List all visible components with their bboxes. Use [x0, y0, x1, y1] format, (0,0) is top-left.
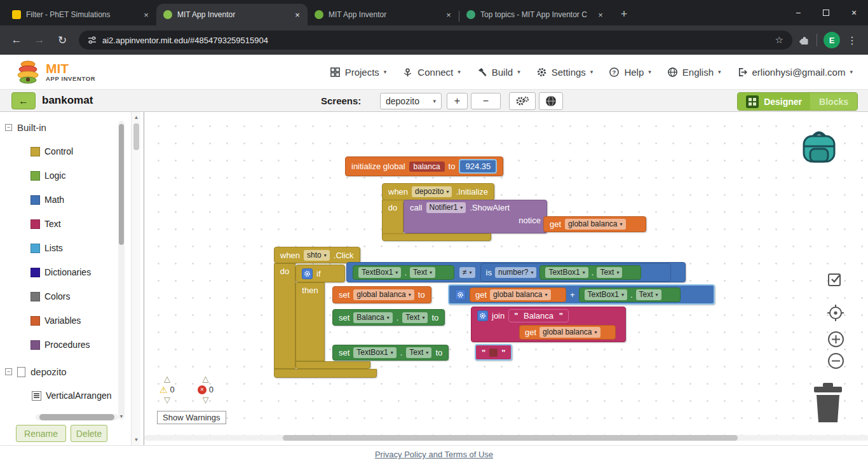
- property-dropdown[interactable]: Text: [597, 267, 622, 278]
- block-addition[interactable]: get global balanca + TextBox1 . Text: [448, 284, 715, 305]
- mutator-gear-icon[interactable]: [302, 268, 313, 279]
- operator-dropdown[interactable]: ≠: [459, 267, 475, 278]
- menu-help[interactable]: ? Help▾: [609, 67, 651, 78]
- do-strip[interactable]: do: [382, 200, 403, 234]
- block-textbox-text-getter[interactable]: TextBox1 . Text: [353, 265, 454, 280]
- if-bottom-bar[interactable]: [295, 361, 370, 369]
- block-bottom-bar[interactable]: [382, 233, 491, 241]
- collapse-icon[interactable]: −: [5, 124, 12, 131]
- back-button[interactable]: ←: [6, 30, 27, 50]
- block-empty-string[interactable]: " ": [475, 344, 512, 361]
- error-collapse-down-icon[interactable]: ▽: [202, 396, 208, 404]
- privacy-terms-link[interactable]: Privacy Policy and Terms of Use: [375, 450, 493, 459]
- tab-close-icon[interactable]: ×: [444, 10, 454, 20]
- component-dropdown[interactable]: Notifier1: [426, 202, 466, 213]
- bookmark-star-icon[interactable]: ☆: [775, 34, 783, 46]
- component-dropdown[interactable]: Balanca: [353, 312, 392, 323]
- scrollbar-thumb[interactable]: [133, 123, 139, 150]
- block-join[interactable]: join " Balanca " get global balanca: [471, 307, 626, 342]
- new-tab-button[interactable]: +: [616, 6, 632, 22]
- add-screen-button[interactable]: +: [447, 93, 468, 109]
- window-close-button[interactable]: ×: [840, 0, 868, 25]
- block-set-balanca-text[interactable]: set Balanca . Text to: [332, 309, 445, 326]
- window-maximize-button[interactable]: [812, 0, 840, 25]
- screen-settings-button[interactable]: [509, 92, 536, 110]
- component-dropdown[interactable]: shto: [304, 250, 330, 261]
- tab-close-icon[interactable]: ×: [292, 10, 302, 20]
- delete-button[interactable]: Delete: [71, 425, 107, 442]
- menu-account[interactable]: erlionhysi@gmail.com▾: [737, 67, 853, 78]
- forward-button[interactable]: →: [29, 30, 50, 50]
- reload-button[interactable]: ↻: [52, 30, 72, 50]
- component-dropdown[interactable]: TextBox1: [585, 289, 627, 300]
- tab-close-icon[interactable]: ×: [141, 10, 151, 20]
- palette-scrollbar[interactable]: ▼: [118, 121, 125, 420]
- address-bar[interactable]: ai2.appinventor.mit.edu/#485479325951590…: [79, 31, 792, 50]
- category-logic[interactable]: Logic: [31, 170, 65, 181]
- block-is-number[interactable]: is number? TextBox1 . Text: [480, 263, 671, 282]
- component-dropdown[interactable]: TextBox1: [358, 267, 401, 278]
- browser-tab-community[interactable]: Top topics - MIT App Inventor C ×: [459, 4, 611, 25]
- menu-build[interactable]: Build▾: [477, 67, 520, 78]
- category-dictionaries[interactable]: Dictionaries: [31, 267, 91, 277]
- browser-tab-appinventor2[interactable]: MIT App Inventor ×: [308, 4, 459, 25]
- do-strip[interactable]: do: [274, 263, 295, 369]
- panel-scrollbar[interactable]: ▲ ▼: [131, 112, 140, 445]
- center-workspace-button[interactable]: [827, 304, 844, 322]
- checkmark-box-icon[interactable]: [827, 271, 843, 287]
- mutator-gear-icon[interactable]: [455, 289, 466, 300]
- block-call-shownotifier[interactable]: call Notifier1 .ShowAlert notice: [403, 200, 547, 233]
- block-when-initialize[interactable]: when depozito .Initialize: [382, 183, 494, 200]
- category-control[interactable]: Control: [31, 146, 73, 156]
- browser-tab-appinventor-active[interactable]: MIT App Inventor ×: [156, 4, 308, 25]
- block-textbox-text-getter[interactable]: TextBox1 . Text: [579, 287, 681, 302]
- screen-selector-dropdown[interactable]: depozito ▾: [380, 93, 442, 109]
- scroll-up-icon[interactable]: ▲: [132, 114, 141, 120]
- collapse-icon[interactable]: −: [5, 368, 12, 375]
- blocks-toggle-button[interactable]: Blocks: [810, 93, 857, 110]
- tab-close-icon[interactable]: ×: [595, 10, 606, 20]
- component-dropdown[interactable]: TextBox1: [545, 267, 588, 278]
- block-if[interactable]: if: [295, 265, 345, 282]
- builtin-section-header[interactable]: − Built-in: [5, 122, 46, 133]
- extensions-puzzle-icon[interactable]: [799, 34, 810, 46]
- menu-connect[interactable]: Connect▾: [402, 67, 460, 78]
- category-colors[interactable]: Colors: [31, 291, 70, 301]
- property-dropdown[interactable]: Text: [636, 289, 661, 300]
- block-text-string[interactable]: " Balanca ": [508, 309, 569, 322]
- category-variables[interactable]: Variables: [31, 315, 81, 326]
- property-dropdown[interactable]: Text: [410, 267, 435, 278]
- workspace-hscroll-thumb[interactable]: [283, 435, 738, 441]
- when-bottom-bar[interactable]: [274, 369, 377, 378]
- block-number-value[interactable]: 924.35: [459, 159, 497, 174]
- site-settings-icon[interactable]: [88, 36, 97, 45]
- menu-settings[interactable]: Settings▾: [536, 67, 593, 78]
- zoom-out-button[interactable]: [827, 352, 844, 370]
- component-vertical-arrangement[interactable]: VerticalArrangen: [32, 390, 112, 401]
- warning-collapse-down-icon[interactable]: ▽: [164, 396, 170, 404]
- show-warnings-button[interactable]: Show Warnings: [157, 411, 226, 424]
- back-to-projects-button[interactable]: ←: [11, 92, 36, 109]
- property-dropdown[interactable]: Text: [402, 312, 428, 323]
- variable-dropdown[interactable]: global balanca: [490, 289, 550, 300]
- category-text[interactable]: Text: [31, 219, 61, 229]
- component-dropdown[interactable]: depozito: [412, 186, 452, 197]
- category-math[interactable]: Math: [31, 195, 64, 205]
- component-dropdown[interactable]: TextBox1: [353, 347, 396, 358]
- warning-collapse-up-icon[interactable]: △: [164, 375, 170, 383]
- palette-hscroll-thumb[interactable]: [39, 414, 114, 420]
- block-get-global-balanca[interactable]: get global balanca: [470, 287, 566, 302]
- string-value[interactable]: Balanca: [521, 311, 555, 321]
- menu-language[interactable]: English▾: [667, 67, 721, 78]
- profile-avatar[interactable]: E: [824, 32, 840, 48]
- check-dropdown[interactable]: number?: [495, 267, 536, 278]
- window-minimize-button[interactable]: −: [784, 0, 812, 25]
- browser-tab-phet[interactable]: Filter - PhET Simulations ×: [5, 4, 156, 25]
- variable-dropdown[interactable]: global balanca: [353, 289, 414, 300]
- variable-name-field[interactable]: balanca: [409, 162, 445, 172]
- zoom-in-button[interactable]: [827, 331, 844, 348]
- scrollbar-thumb[interactable]: [119, 124, 124, 245]
- error-collapse-up-icon[interactable]: △: [202, 375, 208, 383]
- backpack-icon[interactable]: [799, 127, 839, 168]
- category-lists[interactable]: Lists: [31, 243, 63, 253]
